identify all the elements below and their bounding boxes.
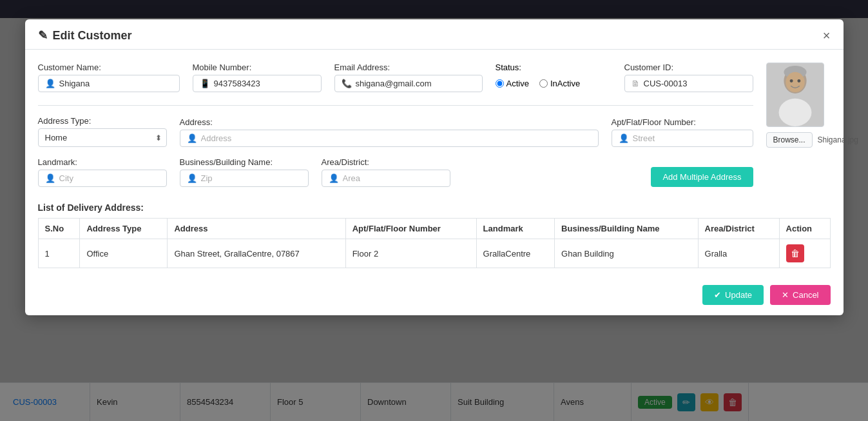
col-apt-flat-floor: Apt/Flat/Floor Number (345, 219, 476, 239)
delivery-address-table: S.No Address Type Address Apt/Flat/Floor… (38, 218, 831, 268)
customer-name-input-wrapper[interactable]: 👤 (38, 75, 180, 92)
photo-controls: Browse... Shigana.jpg (766, 132, 858, 148)
address-icon: 👤 (187, 133, 197, 143)
svg-point-6 (797, 79, 800, 83)
mobile-number-group: Mobile Number: 📱 (193, 63, 322, 92)
address-input[interactable] (201, 133, 592, 143)
cancel-button[interactable]: ✕ Cancel (770, 285, 830, 305)
cell-area-district: Gralla (698, 239, 779, 268)
customer-id-input[interactable] (644, 79, 746, 88)
cell-address: Ghan Street, GrallaCentre, 07867 (168, 239, 345, 268)
business-building-input-wrapper[interactable]: 👤 (180, 170, 309, 187)
times-icon: ✕ (782, 290, 789, 300)
photo-area: Browse... Shigana.jpg (766, 63, 869, 148)
business-building-input[interactable] (201, 173, 302, 183)
address-type-group: Address Type: Home Office Other ⬍ (38, 116, 167, 147)
svg-point-4 (786, 72, 804, 92)
status-active-label[interactable]: Active (496, 79, 529, 88)
status-inactive-label[interactable]: InActive (539, 79, 580, 88)
cell-apt-flat-floor: Floor 2 (345, 239, 476, 268)
customer-name-label: Customer Name: (38, 63, 180, 72)
street-icon: 👤 (619, 133, 629, 143)
cell-landmark: GrallaCentre (476, 239, 554, 268)
status-radio-group: Active InActive (496, 75, 612, 92)
cell-action: 🗑 (779, 239, 830, 268)
address-type-select[interactable]: Home Office Other (38, 128, 167, 147)
landmark-group: Landmark: 👤 (38, 157, 167, 187)
landmark-icon: 👤 (45, 173, 55, 183)
area-district-input-wrapper[interactable]: 👤 (322, 170, 450, 187)
email-address-input[interactable] (356, 79, 476, 88)
col-address: Address (168, 219, 345, 239)
area-icon: 👤 (329, 173, 339, 183)
cell-address-type: Office (80, 239, 168, 268)
modal-header: ✎ Edit Customer × (25, 19, 844, 50)
apt-flat-floor-input[interactable] (633, 133, 746, 143)
customer-name-group: Customer Name: 👤 (38, 63, 180, 92)
landmark-input-wrapper[interactable]: 👤 (38, 170, 167, 187)
update-button[interactable]: ✔ Update (702, 285, 764, 305)
edit-icon: ✎ (38, 28, 48, 43)
modal-overlay: ✎ Edit Customer × Customer Name: 👤 (0, 0, 868, 421)
cell-business-building: Ghan Building (555, 239, 698, 268)
col-action: Action (779, 219, 830, 239)
modal-title: ✎ Edit Customer (38, 28, 132, 43)
landmark-input[interactable] (59, 173, 160, 183)
customer-id-label: Customer ID: (624, 63, 753, 72)
table-row: 1 Office Ghan Street, GrallaCentre, 0786… (38, 239, 830, 268)
apt-flat-floor-group: Apt/Flat/Floor Number: 👤 (612, 117, 753, 147)
building-icon: 👤 (187, 173, 197, 183)
phone-icon: 📱 (200, 79, 210, 88)
col-sno: S.No (38, 219, 80, 239)
business-building-group: Business/Building Name: 👤 (180, 157, 309, 187)
mobile-number-label: Mobile Number: (193, 63, 322, 72)
svg-point-5 (789, 79, 793, 83)
modal-footer: ✔ Update ✕ Cancel (25, 279, 844, 315)
email-address-label: Email Address: (334, 63, 483, 72)
status-active-radio[interactable] (496, 79, 504, 88)
address-type-select-wrapper[interactable]: Home Office Other ⬍ (38, 128, 167, 147)
area-district-label: Area/District: (322, 157, 450, 167)
apt-flat-floor-input-wrapper[interactable]: 👤 (612, 130, 753, 147)
status-group: Status: Active InActive (496, 63, 612, 92)
address-type-label: Address Type: (38, 116, 167, 126)
delivery-address-title: List of Delivery Address: (38, 202, 831, 213)
cell-sno: 1 (38, 239, 80, 268)
col-business-building: Business/Building Name (555, 219, 698, 239)
user-icon: 👤 (45, 79, 55, 88)
address-input-wrapper[interactable]: 👤 (180, 130, 599, 147)
area-district-input[interactable] (343, 173, 443, 183)
email-address-input-wrapper[interactable]: 📞 (334, 75, 483, 92)
email-icon: 📞 (342, 79, 352, 88)
customer-id-group: Customer ID: 🗎 (624, 63, 753, 92)
delete-row-button[interactable]: 🗑 (786, 244, 804, 262)
modal-body: Customer Name: 👤 Mobile Number: 📱 (25, 50, 844, 279)
business-building-label: Business/Building Name: (180, 157, 309, 167)
landmark-label: Landmark: (38, 157, 167, 167)
email-address-group: Email Address: 📞 (334, 63, 483, 92)
customer-photo (766, 63, 824, 127)
id-icon: 🗎 (632, 79, 640, 88)
browse-button[interactable]: Browse... (766, 132, 813, 148)
area-district-group: Area/District: 👤 (322, 157, 450, 187)
customer-id-input-wrapper: 🗎 (624, 75, 753, 92)
svg-point-3 (778, 99, 811, 126)
col-address-type: Address Type (80, 219, 168, 239)
col-landmark: Landmark (476, 219, 554, 239)
col-area-district: Area/District (698, 219, 779, 239)
apt-flat-floor-label: Apt/Flat/Floor Number: (612, 117, 753, 127)
table-header: S.No Address Type Address Apt/Flat/Floor… (38, 219, 830, 239)
table-body: 1 Office Ghan Street, GrallaCentre, 0786… (38, 239, 830, 268)
customer-name-input[interactable] (59, 79, 173, 88)
add-multiple-address-wrapper: Add Multiple Address (651, 167, 753, 187)
status-label: Status: (496, 63, 612, 72)
modal-close-button[interactable]: × (823, 29, 831, 42)
address-label: Address: (180, 117, 599, 127)
form-divider (38, 105, 753, 106)
mobile-number-input[interactable] (214, 79, 314, 88)
checkmark-icon: ✔ (714, 290, 721, 300)
status-inactive-radio[interactable] (539, 79, 548, 88)
mobile-number-input-wrapper[interactable]: 📱 (193, 75, 322, 92)
add-multiple-address-button[interactable]: Add Multiple Address (651, 167, 753, 187)
edit-customer-modal: ✎ Edit Customer × Customer Name: 👤 (25, 19, 844, 315)
